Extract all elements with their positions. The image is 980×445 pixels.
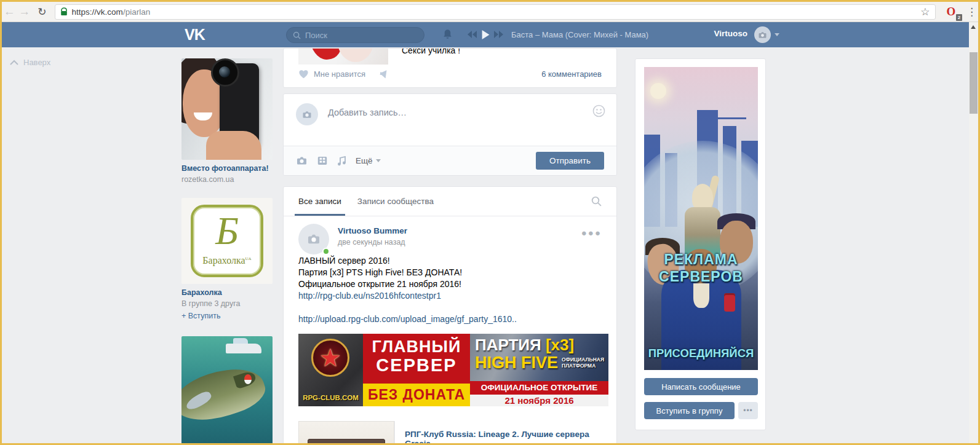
ad-camera-lens-image[interactable] (181, 58, 273, 160)
group-more-button[interactable]: ••• (738, 402, 758, 419)
post-author-link[interactable]: Virtuoso Bummer (338, 224, 602, 235)
banner-platform: ОФИЦИАЛЬНАЯПЛАТФОРМА (562, 356, 604, 369)
group-banner-text-2: СЕРВЕРОВ (644, 269, 758, 285)
wall-search-icon[interactable] (591, 196, 602, 207)
active-tab-underline (295, 214, 345, 216)
comments-count-link[interactable]: 6 комментариев (541, 69, 602, 79)
player-prev-icon[interactable] (466, 30, 477, 39)
camera-icon (307, 234, 321, 245)
back-to-top-link[interactable]: Наверх (10, 58, 50, 67)
address-bar[interactable]: https://vk.com/piarlan ☆ (55, 4, 936, 20)
reload-icon[interactable]: ↻ (34, 6, 50, 18)
composer-toolbar: Ещё Отправить (284, 146, 616, 175)
composer-more-menu[interactable]: Ещё (356, 156, 381, 165)
composer-input-row[interactable]: Добавить запись… (284, 94, 616, 146)
attach-video-icon[interactable] (317, 156, 327, 165)
url-text: https://vk.com/piarlan (72, 7, 151, 17)
header-dropdown-caret[interactable] (775, 33, 779, 36)
ad-title-link[interactable]: Вместо фотоаппарата! (181, 164, 273, 173)
ad-baraholka-image[interactable]: Б БарахолкаUA (181, 198, 273, 284)
chevron-down-icon (376, 159, 381, 162)
submit-post-button[interactable]: Отправить (536, 152, 604, 170)
extension-icon[interactable]: O2 (944, 5, 958, 18)
post-text: ЛАВНЫЙ сервер 2016! Партия [x3] PTS High… (298, 255, 602, 325)
scrollbar-up-arrow[interactable] (971, 25, 976, 29)
search-input[interactable] (305, 31, 410, 40)
player-next-icon[interactable] (493, 30, 504, 39)
group-banner-image[interactable]: РЕКЛАМА СЕРВЕРОВ ПРИСОЕДИНЯЙСЯ (644, 67, 758, 370)
ad-camera-lens[interactable]: Вместо фотоаппарата! rozetka.com.ua (181, 58, 273, 184)
post-actions-row: Мне нравится 6 комментариев (284, 65, 616, 79)
vk-header: VK Баста – Мама (Cover: Михей - Мама) Vi… (2, 22, 969, 47)
vk-logo[interactable]: VK (185, 26, 205, 44)
share-megaphone-icon[interactable] (379, 69, 390, 79)
thumb-face (338, 49, 373, 62)
ad-group-join-link[interactable]: + Вступить (181, 312, 273, 320)
back-icon[interactable]: ← (2, 5, 17, 18)
post-author-avatar[interactable] (298, 224, 329, 254)
wall-tabs: Все записи Записи сообщества (284, 187, 616, 216)
banner-main-title: ГЛАВНЫЙ СЕРВЕР (363, 334, 470, 384)
banner-opening-strip: ОФИЦИАЛЬНОЕ ОТКРЫТИЕ (470, 381, 608, 395)
banner-party-line: ПАРТИЯ [x3] (475, 336, 605, 353)
attach-photo-icon[interactable] (296, 156, 308, 165)
ad-fishing[interactable]: 6+ (181, 336, 273, 443)
now-playing-track[interactable]: Баста – Мама (Cover: Михей - Мама) (511, 30, 648, 39)
composer-placeholder[interactable]: Добавить запись… (328, 108, 407, 117)
emoji-smile-icon[interactable] (592, 104, 605, 117)
bookmark-star-icon[interactable]: ☆ (920, 6, 930, 18)
composer-avatar (296, 103, 318, 125)
baraholka-logo-letter: Б (193, 207, 261, 255)
like-label[interactable]: Мне нравится (314, 69, 365, 79)
ad-group-title-link[interactable]: Барахолка (181, 288, 273, 297)
chevron-up-icon (10, 60, 18, 65)
ad-photo-lens (211, 58, 239, 87)
baraholka-logo-caption: БарахолкаUA (193, 255, 261, 266)
group-banner-text-1: РЕКЛАМА (644, 251, 758, 268)
post-card-clipped: Секси училка ! Мне нравится 6 комментари… (283, 48, 617, 88)
fishing-boat (226, 344, 261, 353)
wall-card: Все записи Записи сообщества Virtuoso Bu… (283, 186, 617, 443)
banner-emblem-panel: ★ RPG-CLUB.COM (298, 334, 363, 406)
tab-all-posts[interactable]: Все записи (298, 197, 341, 206)
post-link-1[interactable]: http://rpg-club.eu/ns2016hfcontestpr1 (298, 290, 602, 302)
like-heart-icon[interactable] (298, 69, 309, 79)
wall-post: Virtuoso Bummer две секунды назад ●●● ЛА… (284, 216, 616, 443)
header-search[interactable] (286, 27, 424, 43)
baraholka-logo: Б БарахолкаUA (191, 205, 263, 277)
post-banner-image[interactable]: ★ RPG-CLUB.COM ГЛАВНЫЙ СЕРВЕР БЕЗ ДОНАТА… (298, 334, 608, 406)
send-message-button[interactable]: Написать сообщение (644, 378, 758, 395)
group-sidebar-card: РЕКЛАМА СЕРВЕРОВ ПРИСОЕДИНЯЙСЯ Написать … (635, 58, 766, 430)
tab-community-posts[interactable]: Записи сообщества (357, 197, 434, 206)
post-timestamp[interactable]: две секунды назад (338, 238, 602, 246)
attach-music-icon[interactable] (337, 156, 346, 166)
post-photo-thumbnail[interactable] (298, 49, 388, 65)
link-preview-title[interactable]: РПГ-Клуб Russia: Lineage 2. Лучшие серве… (394, 421, 602, 443)
group-banner-text-3: ПРИСОЕДИНЯЙСЯ (644, 347, 758, 360)
browser-menu-icon[interactable]: ⋮ (965, 6, 978, 18)
forward-icon[interactable]: → (17, 5, 33, 18)
page-scrollbar[interactable] (969, 22, 978, 443)
banner-middle-panel: ГЛАВНЫЙ СЕРВЕР БЕЗ ДОНАТА (363, 334, 470, 406)
camera-icon (302, 111, 312, 119)
scrollbar-thumb[interactable] (970, 52, 978, 114)
camera-icon (758, 31, 767, 39)
cola-can (724, 293, 735, 312)
link-preview-thumbnail[interactable] (298, 421, 394, 443)
vk-page: Наверх Вместо фотоаппарата! rozetka.com.… (2, 47, 969, 443)
post-link-2[interactable]: http://upload.rpg-club.com/upload_image/… (298, 313, 602, 325)
header-username[interactable]: Virtuoso (714, 29, 747, 38)
ad-baraholka[interactable]: Б БарахолкаUA Барахолка В группе 3 друга… (181, 198, 273, 320)
ad-fishing-image[interactable]: 6+ (181, 336, 273, 443)
join-group-button[interactable]: Вступить в группу (644, 402, 735, 419)
bobber (244, 374, 252, 384)
post-clipped-text: Секси училка ! (402, 49, 460, 55)
banner-sun (650, 83, 666, 99)
post-text-line: Официальное открытие 21 ноября 2016! (298, 278, 602, 290)
link-preview[interactable]: РПГ-Клуб Russia: Lineage 2. Лучшие серве… (298, 421, 602, 443)
post-menu-dots[interactable]: ●●● (581, 227, 602, 238)
front-character-shirt (693, 283, 709, 308)
notifications-bell-icon[interactable] (442, 28, 453, 41)
header-avatar[interactable] (754, 26, 771, 43)
player-play-icon[interactable] (481, 30, 490, 39)
